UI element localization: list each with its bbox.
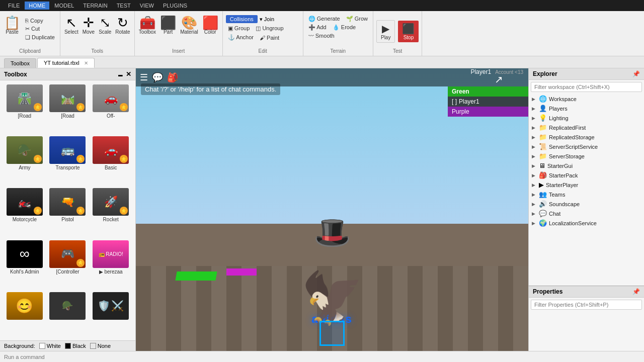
edit-label: Edit: [226, 47, 300, 54]
right-panel: Explorer 📌 ▶ 🌐 Workspace ▶ 👤 Players ▶ 💡: [528, 68, 644, 351]
part-button[interactable]: ⬛ Part: [159, 15, 177, 36]
tab-close-icon[interactable]: ✕: [84, 60, 88, 66]
toolbox-minimize-button[interactable]: 🗕: [117, 70, 124, 78]
join-button[interactable]: ▾ Join: [260, 16, 274, 23]
character-head: 🎩: [313, 215, 351, 250]
toolbox-item-extra1[interactable]: 😊: [4, 292, 45, 336]
soundscape-label: Soundscape: [549, 201, 580, 207]
menu-item-test[interactable]: TEST: [113, 2, 135, 10]
explorer-item-players[interactable]: ▶ 👤 Players: [529, 104, 644, 113]
toolbox-grid: 🛣️⭐ [Road 🛤️⭐ [Road 🚗⭐ Off- 🪖⭐ Army 🚌⭐ T…: [0, 80, 135, 340]
properties-pin-button[interactable]: 📌: [632, 288, 640, 295]
tab-yttutorial[interactable]: YT tutorial.rbxl ✕: [37, 58, 95, 68]
ungroup-button[interactable]: ◫ Ungroup: [254, 25, 285, 32]
topbar-left: ☰ 💬 🎒: [140, 72, 178, 83]
toolbox-item-off[interactable]: 🚗⭐ Off-: [90, 84, 131, 134]
teams-arrow-icon: ▶: [532, 192, 537, 197]
startergui-icon: 🖥: [539, 162, 545, 169]
toolbox-item-transport[interactable]: 🚌⭐ Transporte: [47, 136, 89, 186]
menu-icon[interactable]: ☰: [140, 72, 148, 83]
add-button[interactable]: ➕ Add: [306, 24, 329, 31]
explorer-item-replicatedfirst[interactable]: ▶ 📁 ReplicatedFirst: [529, 123, 644, 132]
game-view[interactable]: ☰ 💬 🎒 Player1 Account <13 Green [ ] Play…: [136, 68, 528, 351]
tab-toolbox[interactable]: Toolbox: [4, 58, 36, 68]
workspace-icon: 🌐: [539, 95, 547, 103]
explorer-title: Explorer: [533, 70, 557, 77]
menu-item-home[interactable]: HOME: [25, 2, 49, 10]
cut-button[interactable]: ✂ Cut: [23, 25, 57, 33]
menu-item-model[interactable]: MODEL: [50, 2, 78, 10]
backpack-icon[interactable]: 🎒: [167, 72, 178, 83]
duplicate-button[interactable]: ❑ Duplicate: [23, 34, 57, 41]
serverstorage-arrow-icon: ▶: [532, 154, 537, 159]
main-area: Toolbox 🗕 ✕ 🛣️⭐ [Road 🛤️⭐ [Road 🚗⭐ Off-: [0, 68, 644, 351]
explorer-item-soundscape[interactable]: ▶ 🔊 Soundscape: [529, 199, 644, 209]
explorer-pin-button[interactable]: 📌: [632, 70, 640, 77]
ribbon-terrain: 🌐 Generate 🌱 Grow ➕ Add 💧 Erode 〰 Smooth…: [303, 11, 373, 56]
rotate-button[interactable]: ↻ Rotate: [114, 15, 131, 36]
menu-item-view[interactable]: VIEW: [136, 2, 158, 10]
explorer-item-teams[interactable]: ▶ 👥 Teams: [529, 190, 644, 199]
tools-label: Tools: [63, 47, 131, 54]
scale-button[interactable]: ⤡ Scale: [98, 15, 112, 36]
grow-button[interactable]: 🌱 Grow: [344, 15, 370, 23]
startergui-label: StarterGui: [547, 163, 573, 169]
explorer-item-workspace[interactable]: ▶ 🌐 Workspace: [529, 94, 644, 104]
cursor-icon: ↗: [495, 73, 503, 85]
explorer-item-localization[interactable]: ▶ 🌍 LocalizationService: [529, 218, 644, 228]
explorer-item-serverscriptservice[interactable]: ▶ 📜 ServerScriptService: [529, 142, 644, 151]
group-button[interactable]: ▣ Group: [226, 25, 252, 32]
explorer-item-serverstorage[interactable]: ▶ 📁 ServerStorage: [529, 151, 644, 161]
explorer-search-input[interactable]: [531, 82, 642, 92]
starterpack-icon: 🎒: [539, 171, 547, 179]
toolbox-close-button[interactable]: ✕: [126, 70, 131, 78]
collisions-button[interactable]: Collisions: [226, 15, 258, 23]
toolbox-item-extra2[interactable]: 🪖: [47, 292, 89, 336]
anchor-button[interactable]: ⚓ Anchor: [226, 34, 256, 41]
explorer-item-starterpack[interactable]: ▶ 🎒 StarterPack: [529, 170, 644, 180]
erode-button[interactable]: 💧 Erode: [331, 24, 358, 31]
explorer-item-startergui[interactable]: ▶ 🖥 StarterGui: [529, 161, 644, 170]
paint-button[interactable]: 🖌 Paint: [258, 34, 281, 41]
menu-item-plugins[interactable]: PLUGINS: [159, 2, 191, 10]
toolbox-item-road1[interactable]: 🛣️⭐ [Road: [4, 84, 45, 134]
explorer-item-chat[interactable]: ▶ 💬 Chat: [529, 209, 644, 218]
tabbar: Toolbox YT tutorial.rbxl ✕: [0, 56, 644, 68]
menu-item-terrain[interactable]: TERRAIN: [79, 2, 111, 10]
toolbox-item-berezaa[interactable]: 📻 RADIO! ▶ berezaa: [90, 240, 131, 290]
generate-button[interactable]: 🌐 Generate: [306, 15, 342, 23]
menu-item-file[interactable]: FILE: [4, 2, 24, 10]
toolbox-item-motorcycle[interactable]: 🏍️⭐ Motorcycle: [4, 188, 45, 238]
toolbox-item-pistol[interactable]: 🔫⭐ Pistol: [47, 188, 89, 238]
color-button[interactable]: 🟥 Color: [201, 15, 219, 36]
explorer-item-lighting[interactable]: ▶ 💡 Lighting: [529, 113, 644, 123]
command-input[interactable]: [4, 354, 640, 360]
paste-button[interactable]: 📋 Paste: [3, 15, 21, 36]
bg-black-option[interactable]: Black: [65, 343, 86, 349]
stop-button[interactable]: ⬛ Stop: [398, 21, 419, 42]
select-button[interactable]: ↖ Select: [63, 15, 79, 36]
toolbox-item-kohls[interactable]: ∞ Kohl's Admin: [4, 240, 45, 290]
properties-search-input[interactable]: [531, 300, 642, 310]
material-button[interactable]: 🎨 Material: [179, 15, 199, 36]
chat-icon: 💬: [539, 210, 547, 217]
explorer-item-replicatedstorage[interactable]: ▶ 📁 ReplicatedStorage: [529, 132, 644, 142]
toolbox-item-controller[interactable]: 🎮⭐ [Controller: [47, 240, 89, 290]
starterplayer-label: StarterPlayer: [546, 182, 578, 188]
explorer-item-starterplayer[interactable]: ▶ ▶ StarterPlayer: [529, 180, 644, 190]
smooth-button[interactable]: 〰 Smooth: [306, 32, 337, 39]
move-button[interactable]: ✛ Move: [82, 15, 96, 36]
chat-icon[interactable]: 💬: [152, 72, 163, 83]
bg-white-option[interactable]: White: [39, 343, 61, 349]
toolbox-button[interactable]: 🧰 Toolbox: [138, 15, 157, 36]
serverscript-label: ServerScriptService: [549, 144, 598, 150]
teams-icon: 👥: [539, 191, 547, 198]
toolbox-item-basic[interactable]: 🚗⭐ Basic: [90, 136, 131, 186]
toolbox-item-rocket[interactable]: 🚀⭐ Rocket: [90, 188, 131, 238]
toolbox-item-extra3[interactable]: 🛡️⚔️: [90, 292, 131, 336]
play-button[interactable]: ▶ Play: [376, 20, 395, 43]
toolbox-item-road2[interactable]: 🛤️⭐ [Road: [47, 84, 89, 134]
toolbox-item-army[interactable]: 🪖⭐ Army: [4, 136, 45, 186]
bg-none-option[interactable]: None: [90, 343, 111, 349]
copy-button[interactable]: ⎘ Copy: [23, 17, 57, 24]
